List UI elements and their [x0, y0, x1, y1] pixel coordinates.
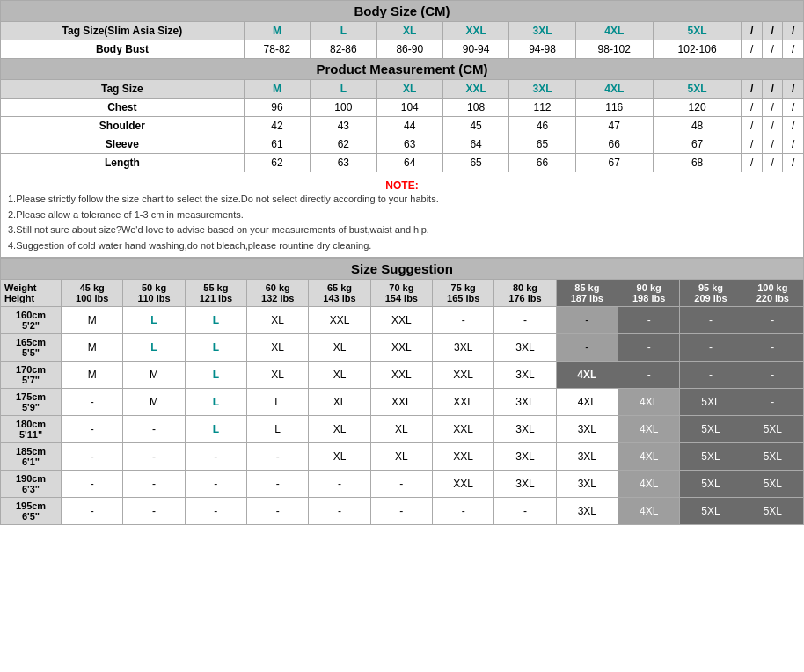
s165-80: 3XL	[494, 334, 556, 362]
s195-65: -	[309, 498, 370, 525]
s185-65: XL	[309, 443, 370, 471]
size-chart-table: Body Size (CM) Tag Size(Slim Asia Size) …	[0, 0, 804, 258]
wh-90: 90 kg198 lbs	[618, 280, 680, 307]
chest-s1: /	[742, 99, 762, 117]
s165-45: M	[62, 334, 123, 362]
tag-xxl: XXL	[442, 22, 508, 40]
shoulder-xxl: 45	[442, 117, 508, 135]
s170-90: -	[618, 362, 680, 389]
s185-75: XXL	[433, 443, 494, 471]
height-175: 175cm5'9"	[1, 389, 62, 416]
s195-60: -	[247, 498, 309, 525]
pm-tag-s1: /	[742, 80, 762, 99]
s180-55: L	[185, 416, 246, 443]
s190-95: 5XL	[680, 471, 742, 498]
s180-90: 4XL	[618, 416, 680, 443]
s190-55: -	[185, 471, 246, 498]
s195-85: 3XL	[556, 498, 618, 525]
note-1: 1.Please strictly follow the size chart …	[8, 192, 796, 208]
length-xl: 64	[376, 154, 442, 172]
length-xxl: 65	[442, 154, 508, 172]
note-label: NOTE:	[8, 176, 796, 192]
s185-70: XL	[370, 443, 432, 471]
shoulder-4xl: 47	[575, 117, 653, 135]
shoulder-s1: /	[742, 117, 762, 135]
s190-80: 3XL	[494, 471, 556, 498]
sleeve-s1: /	[742, 135, 762, 154]
bust-2: 82-86	[311, 40, 376, 59]
wh-75: 75 kg165 lbs	[433, 280, 494, 307]
s175-80: 3XL	[494, 389, 556, 416]
chest-label: Chest	[1, 99, 245, 117]
s160-85: -	[556, 307, 618, 334]
s175-75: XXL	[433, 389, 494, 416]
chest-xxl: 108	[442, 99, 508, 117]
s190-70: -	[370, 471, 432, 498]
s175-100: -	[742, 389, 803, 416]
length-label: Length	[1, 154, 245, 172]
s195-45: -	[62, 498, 123, 525]
tag-slash1: /	[742, 22, 762, 40]
pm-tag-xl: XL	[376, 80, 442, 99]
s175-45: -	[62, 389, 123, 416]
shoulder-m: 42	[244, 117, 310, 135]
wh-45: 45 kg100 lbs	[62, 280, 123, 307]
shoulder-xl: 44	[376, 117, 442, 135]
s165-95: -	[680, 334, 742, 362]
s165-50: L	[123, 334, 185, 362]
length-3xl: 66	[509, 154, 575, 172]
s190-100: 5XL	[742, 471, 803, 498]
s160-75: -	[433, 307, 494, 334]
s180-60: L	[247, 416, 309, 443]
s165-55: L	[185, 334, 246, 362]
s190-65: -	[309, 471, 370, 498]
s180-100: 5XL	[742, 416, 803, 443]
wh-100: 100 kg220 lbs	[742, 280, 803, 307]
s180-65: XL	[309, 416, 370, 443]
length-5xl: 68	[653, 154, 742, 172]
s175-50: M	[123, 389, 185, 416]
length-s2: /	[762, 154, 782, 172]
pm-tag-3xl: 3XL	[509, 80, 575, 99]
bust-8: /	[742, 40, 762, 59]
wh-85: 85 kg187 lbs	[556, 280, 618, 307]
chest-l: 100	[311, 99, 376, 117]
s170-55: L	[185, 362, 246, 389]
shoulder-s2: /	[762, 117, 782, 135]
wh-80: 80 kg176 lbs	[494, 280, 556, 307]
height-185: 185cm6'1"	[1, 443, 62, 471]
length-s3: /	[783, 154, 804, 172]
s180-70: XL	[370, 416, 432, 443]
s165-90: -	[618, 334, 680, 362]
pm-tag-label: Tag Size	[1, 80, 245, 99]
height-165: 165cm5'5"	[1, 334, 62, 362]
s175-85: 4XL	[556, 389, 618, 416]
sleeve-m: 61	[244, 135, 310, 154]
wh-50: 50 kg110 lbs	[123, 280, 185, 307]
note-3: 3.Still not sure about size?We'd love to…	[8, 223, 796, 238]
pm-tag-xxl: XXL	[442, 80, 508, 99]
s160-80: -	[494, 307, 556, 334]
size-suggestion-header: Size Suggestion	[1, 259, 804, 280]
bust-4: 90-94	[442, 40, 508, 59]
s165-85: -	[556, 334, 618, 362]
tag-slash3: /	[783, 22, 804, 40]
shoulder-label: Shoulder	[1, 117, 245, 135]
s170-85: 4XL	[556, 362, 618, 389]
shoulder-l: 43	[311, 117, 376, 135]
wh-60: 60 kg132 lbs	[247, 280, 309, 307]
s190-60: -	[247, 471, 309, 498]
s170-80: 3XL	[494, 362, 556, 389]
s195-100: 5XL	[742, 498, 803, 525]
sleeve-l: 62	[311, 135, 376, 154]
s160-50: L	[123, 307, 185, 334]
s170-60: XL	[247, 362, 309, 389]
s170-65: XL	[309, 362, 370, 389]
chest-5xl: 120	[653, 99, 742, 117]
s180-75: XXL	[433, 416, 494, 443]
length-m: 62	[244, 154, 310, 172]
length-4xl: 67	[575, 154, 653, 172]
s175-60: L	[247, 389, 309, 416]
notes-section: NOTE: 1.Please strictly follow the size …	[1, 172, 804, 258]
s170-100: -	[742, 362, 803, 389]
